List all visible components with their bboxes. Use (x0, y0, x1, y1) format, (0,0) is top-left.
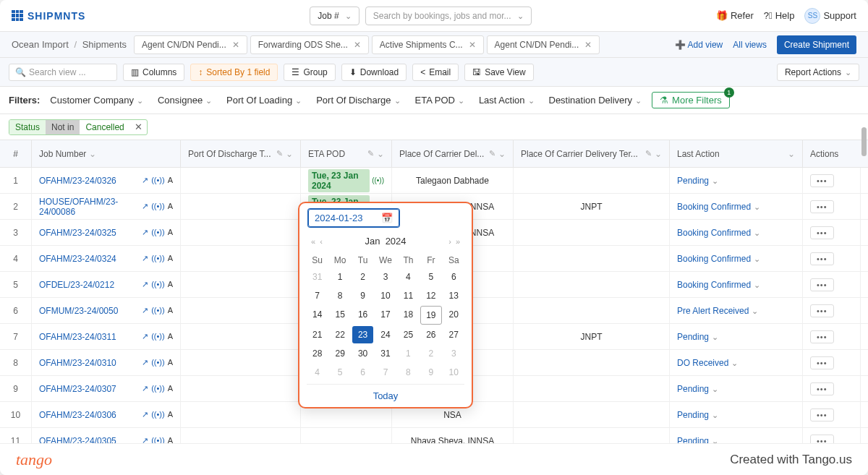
calendar-day[interactable]: 4 (398, 268, 419, 286)
col-job-number[interactable]: Job Number⌄ (32, 140, 181, 167)
job-link[interactable]: OFMUM/23-24/0050 (39, 306, 118, 316)
calendar-day[interactable]: 28 (307, 345, 328, 362)
calendar-day[interactable]: 7 (375, 364, 396, 381)
filter-pill[interactable]: Last Action (479, 95, 535, 106)
filter-pill[interactable]: ETA POD (415, 95, 464, 106)
view-tab[interactable]: Agent CN/DN Pendi...✕ (134, 35, 247, 54)
support-link[interactable]: SS Support (804, 8, 856, 24)
view-tab[interactable]: Active Shipments C...✕ (372, 35, 484, 54)
filter-pill[interactable]: Customer Company (50, 95, 143, 106)
job-link[interactable]: OFAHM/23-24/0310 (39, 358, 116, 368)
today-button[interactable]: Today (307, 384, 464, 403)
open-icon[interactable]: ↗ (142, 254, 148, 263)
open-icon[interactable]: ↗ (142, 176, 148, 185)
download-button[interactable]: ⬇Download (341, 64, 407, 81)
calendar-day[interactable]: 5 (329, 364, 350, 381)
row-actions-menu[interactable]: ••• (810, 356, 834, 369)
add-view-button[interactable]: ➕ Add view (675, 40, 723, 50)
job-link[interactable]: OFAHM/23-24/0325 (39, 228, 116, 238)
save-view-button[interactable]: 🖫Save View (464, 64, 533, 81)
calendar-day[interactable]: 23 (352, 326, 373, 343)
search-view-input[interactable]: 🔍 Search view ... (9, 64, 117, 81)
calendar-day[interactable]: 5 (420, 268, 441, 286)
calendar-day[interactable]: 19 (420, 306, 441, 325)
help-link[interactable]: ?⃝ Help (764, 10, 795, 21)
more-filters-button[interactable]: ⚗ More Filters 1 (652, 92, 730, 108)
row-actions-menu[interactable]: ••• (810, 226, 834, 239)
close-icon[interactable]: ✕ (354, 40, 361, 50)
row-actions-menu[interactable]: ••• (810, 304, 834, 317)
row-actions-menu[interactable]: ••• (810, 278, 834, 291)
date-picker-title[interactable]: Jan 2024 (365, 236, 406, 247)
open-icon[interactable]: ↗ (142, 384, 148, 393)
prev-month-icon[interactable]: ‹ (320, 237, 323, 246)
col-pod-terminal[interactable]: Port Of Discharge T...✎⌄ (181, 140, 301, 167)
calendar-day[interactable]: 13 (443, 287, 464, 304)
open-icon[interactable]: ↗ (142, 332, 148, 341)
columns-button[interactable]: ▥Columns (123, 64, 184, 81)
last-action-link[interactable]: Pending (677, 332, 718, 342)
all-views-link[interactable]: All views (733, 40, 767, 50)
calendar-day[interactable]: 14 (307, 306, 328, 325)
close-icon[interactable]: ✕ (469, 40, 476, 50)
last-action-link[interactable]: Booking Confirmed (677, 202, 760, 212)
calendar-day[interactable]: 9 (352, 287, 373, 304)
calendar-day[interactable]: 9 (420, 364, 441, 381)
calendar-day[interactable]: 15 (329, 306, 350, 325)
breadcrumb-root[interactable]: Ocean Import (12, 39, 69, 50)
calendar-day[interactable]: 2 (352, 268, 373, 286)
refer-link[interactable]: 🎁 Refer (716, 10, 754, 21)
last-action-link[interactable]: Booking Confirmed (677, 280, 760, 290)
last-action-link[interactable]: Pending (677, 410, 718, 420)
last-action-link[interactable]: Pending (677, 176, 718, 186)
job-type-select[interactable]: Job # (310, 7, 359, 25)
sort-button[interactable]: ↕Sorted By 1 field (190, 64, 278, 81)
last-action-link[interactable]: Pre Alert Received (677, 306, 758, 316)
job-link[interactable]: OFDEL/23-24/0212 (39, 280, 114, 290)
filter-pill[interactable]: Port Of Discharge (316, 95, 400, 106)
job-link[interactable]: OFAHM/23-24/0326 (39, 176, 116, 186)
job-link[interactable]: HOUSE/OFAHM/23-24/00086 (39, 197, 142, 217)
calendar-day[interactable]: 31 (307, 268, 328, 286)
global-search-input[interactable]: Search by bookings, jobs and mor... (365, 7, 532, 25)
calendar-day[interactable]: 6 (352, 364, 373, 381)
calendar-day[interactable]: 4 (307, 364, 328, 381)
prev-year-icon[interactable]: « (311, 237, 315, 246)
open-icon[interactable]: ↗ (142, 202, 148, 211)
close-icon[interactable]: ✕ (130, 121, 147, 132)
date-input[interactable]: 2024-01-23 📅 (308, 209, 399, 227)
create-shipment-button[interactable]: Create Shipment (777, 35, 856, 54)
calendar-day[interactable]: 29 (329, 345, 350, 362)
eta-date[interactable]: Tue, 23 Jan 2024 (308, 169, 370, 192)
last-action-link[interactable]: Booking Confirmed (677, 254, 760, 264)
job-link[interactable]: OFAHM/23-24/0324 (39, 254, 116, 264)
col-eta-pod[interactable]: ETA POD✎⌄ (301, 140, 392, 167)
col-last-action[interactable]: Last Action⌄ (670, 140, 803, 167)
calendar-day[interactable]: 3 (375, 268, 396, 286)
calendar-day[interactable]: 16 (352, 306, 373, 325)
calendar-day[interactable]: 20 (443, 306, 464, 325)
view-tab[interactable]: Forwarding ODS She...✕ (250, 35, 369, 54)
calendar-day[interactable]: 21 (307, 326, 328, 343)
open-icon[interactable]: ↗ (142, 410, 148, 419)
calendar-day[interactable]: 26 (420, 326, 441, 343)
calendar-day[interactable]: 22 (329, 326, 350, 343)
last-action-link[interactable]: DO Received (677, 358, 738, 368)
last-action-link[interactable]: Booking Confirmed (677, 228, 760, 238)
calendar-day[interactable]: 8 (329, 287, 350, 304)
calendar-day[interactable]: 30 (352, 345, 373, 362)
calendar-day[interactable]: 24 (375, 326, 396, 343)
calendar-day[interactable]: 17 (375, 306, 396, 325)
calendar-day[interactable]: 11 (398, 287, 419, 304)
job-link[interactable]: OFAHM/23-24/0307 (39, 384, 116, 394)
filter-pill[interactable]: Port Of Loading (226, 95, 302, 106)
col-place-carrier-delivery-terminal[interactable]: Place Of Carrier Delivery Ter...✎⌄ (514, 140, 670, 167)
job-link[interactable]: OFAHM/23-24/0306 (39, 410, 116, 420)
next-year-icon[interactable]: » (456, 237, 460, 246)
calendar-day[interactable]: 25 (398, 326, 419, 343)
email-button[interactable]: <Email (412, 64, 459, 81)
scrollbar[interactable] (861, 127, 867, 156)
status-filter-chip[interactable]: Status Not in Cancelled ✕ (9, 119, 148, 135)
calendar-day[interactable]: 31 (375, 345, 396, 362)
view-tab[interactable]: Agent CN/DN Pendi...✕ (487, 35, 600, 54)
